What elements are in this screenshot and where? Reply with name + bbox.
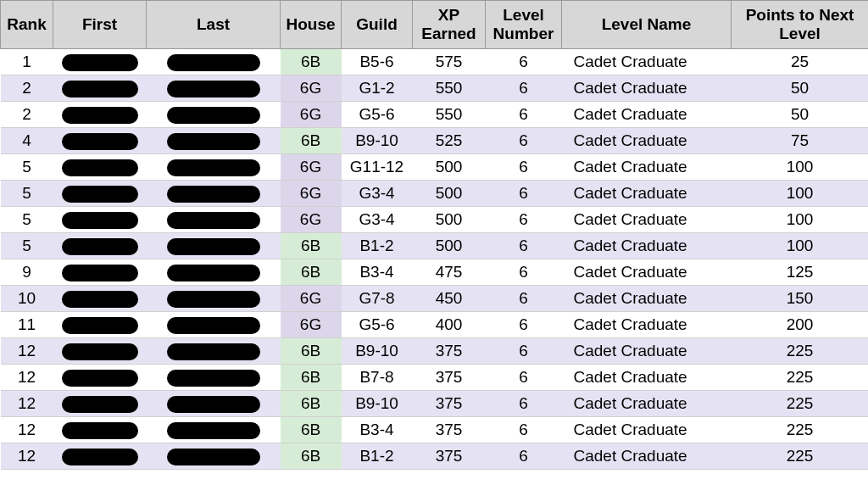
cell-level-num: 6 <box>486 232 562 259</box>
cell-last <box>147 337 281 364</box>
cell-level-num: 6 <box>486 390 562 416</box>
cell-last <box>147 390 281 416</box>
cell-house: 6G <box>281 311 342 337</box>
redacted-last <box>167 370 260 387</box>
cell-level-num: 6 <box>486 153 562 180</box>
table-row: 126BB9-103756Cadet Craduate225 <box>1 337 869 364</box>
cell-points-next: 100 <box>732 180 869 206</box>
cell-level-name: Cadet Craduate <box>562 48 732 75</box>
cell-first <box>53 153 147 180</box>
redacted-first <box>62 81 138 98</box>
cell-last <box>147 127 281 153</box>
redacted-first <box>62 449 138 465</box>
table-row: 126BB3-43756Cadet Craduate225 <box>1 416 869 443</box>
cell-level-name: Cadet Craduate <box>562 364 732 390</box>
redacted-first <box>62 317 138 334</box>
cell-last <box>147 75 281 101</box>
cell-level-name: Cadet Craduate <box>562 311 732 337</box>
cell-level-name: Cadet Craduate <box>562 180 732 206</box>
redacted-last <box>167 396 260 413</box>
cell-level-name: Cadet Craduate <box>562 101 732 127</box>
cell-points-next: 225 <box>732 337 869 364</box>
cell-last <box>147 101 281 127</box>
cell-xp: 400 <box>413 311 486 337</box>
redacted-last <box>167 159 260 176</box>
header-guild: Guild <box>342 1 413 49</box>
redacted-last <box>167 212 260 229</box>
redacted-last <box>167 81 260 98</box>
cell-points-next: 225 <box>732 390 869 416</box>
cell-first <box>53 127 147 153</box>
table-row: 106GG7-84506Cadet Craduate150 <box>1 285 869 311</box>
cell-guild: G3-4 <box>342 206 413 232</box>
cell-rank: 1 <box>1 48 53 75</box>
cell-house: 6G <box>281 153 342 180</box>
cell-guild: B5-6 <box>342 48 413 75</box>
cell-rank: 12 <box>1 443 53 469</box>
cell-xp: 500 <box>413 206 486 232</box>
cell-first <box>53 101 147 127</box>
cell-guild: G5-6 <box>342 311 413 337</box>
header-house: House <box>281 1 342 49</box>
table-row: 56GG3-45006Cadet Craduate100 <box>1 180 869 206</box>
cell-level-num: 6 <box>486 337 562 364</box>
cell-xp: 500 <box>413 180 486 206</box>
cell-level-name: Cadet Craduate <box>562 153 732 180</box>
cell-points-next: 100 <box>732 232 869 259</box>
redacted-first <box>62 159 138 176</box>
redacted-first <box>62 422 138 439</box>
redacted-last <box>167 107 260 124</box>
cell-xp: 575 <box>413 48 486 75</box>
cell-points-next: 25 <box>732 48 869 75</box>
cell-rank: 12 <box>1 364 53 390</box>
cell-level-name: Cadet Craduate <box>562 390 732 416</box>
cell-rank: 11 <box>1 311 53 337</box>
redacted-last <box>167 133 260 150</box>
cell-last <box>147 364 281 390</box>
cell-level-num: 6 <box>486 259 562 285</box>
cell-house: 6G <box>281 285 342 311</box>
redacted-last <box>167 238 260 255</box>
table-body: 16BB5-65756Cadet Craduate2526GG1-25506Ca… <box>1 48 869 469</box>
table-row: 56GG11-125006Cadet Craduate100 <box>1 153 869 180</box>
cell-first <box>53 337 147 364</box>
cell-guild: G7-8 <box>342 285 413 311</box>
redacted-first <box>62 54 138 71</box>
table-header: Rank First Last House Guild XP Earned Le… <box>1 1 869 49</box>
cell-points-next: 150 <box>732 285 869 311</box>
cell-house: 6B <box>281 337 342 364</box>
cell-level-num: 6 <box>486 311 562 337</box>
redacted-last <box>167 343 260 360</box>
table-row: 46BB9-105256Cadet Craduate75 <box>1 127 869 153</box>
cell-house: 6B <box>281 48 342 75</box>
cell-xp: 475 <box>413 259 486 285</box>
table-row: 126BB7-83756Cadet Craduate225 <box>1 364 869 390</box>
cell-xp: 500 <box>413 153 486 180</box>
cell-level-num: 6 <box>486 101 562 127</box>
header-points-next: Points to Next Level <box>732 1 869 49</box>
cell-xp: 550 <box>413 101 486 127</box>
cell-rank: 5 <box>1 153 53 180</box>
cell-house: 6B <box>281 443 342 469</box>
cell-level-name: Cadet Craduate <box>562 75 732 101</box>
cell-guild: B9-10 <box>342 127 413 153</box>
cell-rank: 12 <box>1 337 53 364</box>
cell-last <box>147 285 281 311</box>
cell-level-name: Cadet Craduate <box>562 206 732 232</box>
cell-xp: 500 <box>413 232 486 259</box>
cell-rank: 9 <box>1 259 53 285</box>
cell-level-num: 6 <box>486 180 562 206</box>
cell-house: 6G <box>281 180 342 206</box>
cell-level-num: 6 <box>486 127 562 153</box>
cell-last <box>147 153 281 180</box>
redacted-last <box>167 265 260 281</box>
cell-first <box>53 232 147 259</box>
cell-level-name: Cadet Craduate <box>562 127 732 153</box>
redacted-last <box>167 186 260 203</box>
cell-level-num: 6 <box>486 285 562 311</box>
cell-rank: 5 <box>1 232 53 259</box>
cell-level-num: 6 <box>486 416 562 443</box>
table-row: 126BB9-103756Cadet Craduate225 <box>1 390 869 416</box>
cell-guild: B3-4 <box>342 259 413 285</box>
redacted-last <box>167 317 260 334</box>
